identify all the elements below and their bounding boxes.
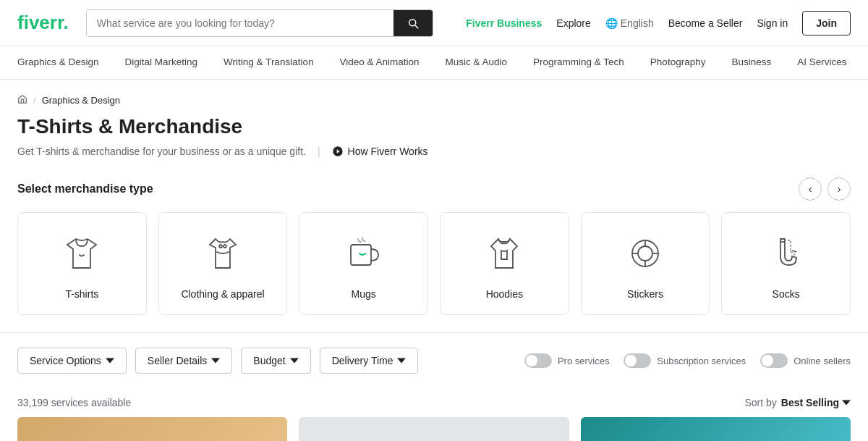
cat-nav-digital-marketing[interactable]: Digital Marketing: [112, 46, 211, 79]
filters-bar: Service Options Seller Details Budget De…: [0, 332, 868, 388]
svg-point-3: [224, 245, 226, 248]
category-nav: Graphics & Design Digital Marketing Writ…: [0, 46, 868, 80]
nav-become-seller[interactable]: Become a Seller: [668, 17, 743, 29]
merch-card-stickers-label: Stickers: [627, 288, 663, 300]
service-options-filter[interactable]: Service Options: [17, 348, 127, 374]
nav-sign-in[interactable]: Sign in: [757, 17, 788, 29]
chevron-down-icon-4: [397, 356, 406, 365]
online-sellers-toggle[interactable]: [760, 353, 788, 368]
cat-nav-ai-services[interactable]: AI Services: [784, 46, 859, 79]
chevron-down-icon-2: [211, 356, 220, 365]
home-icon[interactable]: [17, 94, 27, 106]
play-icon: [332, 146, 344, 157]
thumbnail-previews: [0, 417, 868, 441]
breadcrumb-separator: /: [33, 95, 36, 106]
nav-fiverr-business[interactable]: Fiverr Business: [466, 17, 542, 29]
breadcrumb: / Graphics & Design: [0, 80, 868, 112]
socks-icon: [763, 230, 809, 277]
sort-bar: Sort by Best Selling: [745, 397, 851, 408]
logo-dot: .: [64, 12, 69, 33]
cat-nav-writing-translation[interactable]: Writing & Translation: [210, 46, 326, 79]
tshirt-icon: [59, 230, 105, 277]
page-title: T-Shirts & Merchandise: [17, 115, 851, 138]
merch-card-clothing[interactable]: Clothing & apparel: [158, 212, 288, 315]
seller-details-filter[interactable]: Seller Details: [135, 348, 232, 374]
header-nav: Fiverr Business Explore 🌐 English Become…: [466, 11, 851, 35]
merch-prev-button[interactable]: ‹: [799, 177, 822, 201]
subscription-services-label: Subscription services: [657, 356, 746, 366]
language-label: English: [621, 17, 654, 29]
services-bar: 33,199 services available Sort by Best S…: [0, 388, 868, 417]
pro-services-toggle[interactable]: [524, 353, 552, 368]
logo[interactable]: fiverr.: [17, 12, 69, 34]
merch-card-socks[interactable]: Socks: [721, 212, 851, 315]
how-fiverr-works-link[interactable]: How Fiverr Works: [332, 146, 428, 157]
subscription-services-toggle[interactable]: [624, 353, 651, 368]
merch-navigation: ‹ ›: [799, 177, 851, 201]
thumbnail-2[interactable]: [299, 417, 569, 441]
breadcrumb-graphics-design[interactable]: Graphics & Design: [42, 95, 120, 106]
cat-nav-business[interactable]: Business: [718, 46, 784, 79]
merch-section: Select merchandise type ‹ › T-shirts: [17, 177, 851, 315]
merch-cards-grid: T-shirts Clothing & apparel: [17, 212, 851, 315]
nav-explore[interactable]: Explore: [556, 17, 590, 29]
service-options-label: Service Options: [30, 355, 101, 366]
hoodie-icon: [481, 230, 527, 277]
page-description: Get T-shirts & merchandise for your busi…: [17, 146, 851, 157]
merch-card-tshirts-label: T-shirts: [65, 288, 98, 300]
thumbnail-1[interactable]: [17, 417, 287, 441]
chevron-down-icon-3: [290, 356, 299, 365]
cat-nav-photography[interactable]: Photography: [637, 46, 719, 79]
merch-card-stickers[interactable]: Stickers: [581, 212, 710, 315]
svg-point-6: [638, 246, 652, 261]
clothing-icon: [200, 230, 246, 277]
search-input[interactable]: [87, 10, 393, 36]
cat-nav-programming-tech[interactable]: Programming & Tech: [520, 46, 637, 79]
sort-value[interactable]: Best Selling: [781, 397, 851, 408]
cat-nav-graphics-design[interactable]: Graphics & Design: [17, 46, 112, 79]
pro-services-toggle-group: Pro services: [524, 353, 610, 368]
delivery-time-label: Delivery Time: [332, 355, 393, 366]
how-works-label: How Fiverr Works: [348, 146, 428, 157]
globe-icon: 🌐: [605, 17, 618, 29]
search-bar: [86, 9, 433, 37]
thumbnail-3[interactable]: [581, 417, 851, 441]
online-sellers-toggle-group: Online sellers: [760, 353, 851, 368]
seller-details-label: Seller Details: [148, 355, 207, 366]
chevron-down-icon: [106, 356, 114, 365]
services-count: 33,199 services available: [17, 397, 131, 408]
online-sellers-label: Online sellers: [793, 356, 851, 366]
delivery-time-filter[interactable]: Delivery Time: [320, 348, 419, 374]
pipe-separator: |: [318, 146, 320, 157]
merch-card-clothing-label: Clothing & apparel: [181, 288, 264, 300]
header: fiverr. Fiverr Business Explore 🌐 Englis…: [0, 0, 868, 46]
budget-filter[interactable]: Budget: [241, 348, 310, 374]
join-button[interactable]: Join: [802, 11, 851, 35]
sort-value-text: Best Selling: [781, 397, 839, 408]
merch-header: Select merchandise type ‹ ›: [17, 177, 851, 201]
page-desc-text: Get T-shirts & merchandise for your busi…: [17, 146, 306, 157]
subscription-services-toggle-group: Subscription services: [624, 353, 746, 368]
budget-label: Budget: [253, 355, 285, 366]
sort-label: Sort by: [745, 397, 777, 408]
sort-chevron-icon: [842, 400, 851, 406]
search-button[interactable]: [393, 10, 433, 36]
merch-section-title: Select merchandise type: [17, 182, 153, 196]
nav-language[interactable]: 🌐 English: [605, 17, 654, 29]
merch-card-mugs[interactable]: Mugs: [299, 212, 428, 315]
merch-card-socks-label: Socks: [773, 288, 800, 300]
main-content: T-Shirts & Merchandise Get T-shirts & me…: [0, 115, 868, 315]
merch-card-hoodies-label: Hoodies: [486, 288, 523, 300]
mug-icon: [341, 230, 387, 277]
merch-next-button[interactable]: ›: [827, 177, 851, 201]
merch-card-hoodies[interactable]: Hoodies: [440, 212, 569, 315]
cat-nav-music-audio[interactable]: Music & Audio: [433, 46, 521, 79]
merch-card-mugs-label: Mugs: [352, 288, 376, 300]
cat-nav-video-animation[interactable]: Video & Animation: [326, 46, 432, 79]
sticker-icon: [622, 230, 668, 277]
search-icon: [407, 17, 420, 30]
merch-card-tshirts[interactable]: T-shirts: [17, 212, 147, 315]
svg-point-2: [219, 245, 222, 248]
pro-services-label: Pro services: [558, 356, 610, 366]
toggles-group: Pro services Subscription services Onlin…: [524, 353, 851, 368]
